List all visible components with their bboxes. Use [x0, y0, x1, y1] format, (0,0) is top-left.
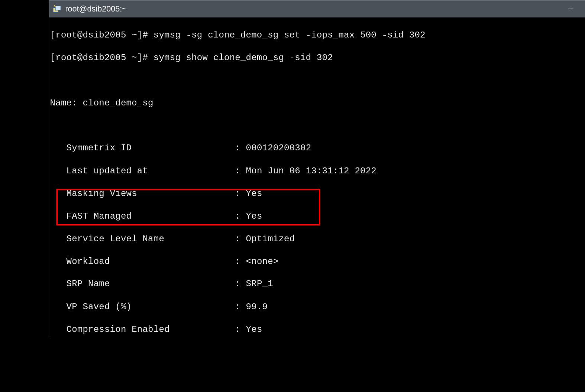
command-1: symsg -sg clone_demo_sg set -iops_max 50… [153, 30, 426, 40]
command-2: symsg show clone_demo_sg -sid 302 [153, 53, 333, 63]
minimize-button[interactable] [558, 0, 583, 17]
window-controls [558, 0, 585, 17]
maximize-button[interactable] [583, 0, 585, 17]
attr-srp-name: SRP Name : SRP_1 [50, 278, 585, 290]
attr-vp-saved: VP Saved (%) : 99.9 [50, 301, 585, 312]
attr-compression: Compression Enabled : Yes [50, 324, 585, 335]
terminal-output[interactable]: [root@dsib2005 ~]# symsg -sg clone_demo_… [49, 17, 585, 337]
content-area: [root@dsib2005 ~]# symsg -sg clone_demo_… [49, 17, 585, 337]
titlebar[interactable]: root@dsib2005:~ [49, 0, 585, 17]
svg-rect-1 [55, 6, 61, 10]
window-title: root@dsib2005:~ [65, 4, 558, 13]
name-value: clone_demo_sg [83, 98, 153, 108]
terminal-window: root@dsib2005:~ [root@dsib2005 ~]# symsg… [49, 0, 585, 337]
attr-fast-managed: FAST Managed : Yes [50, 210, 585, 222]
attr-last-updated: Last updated at : Mon Jun 06 13:31:12 20… [50, 165, 585, 176]
attr-workload: Workload : <none> [50, 256, 585, 267]
app-icon [53, 4, 62, 13]
attr-service-level: Service Level Name : Optimized [50, 233, 585, 244]
name-label: Name: [50, 98, 77, 108]
prompt: [root@dsib2005 ~]# [50, 53, 148, 63]
prompt: [root@dsib2005 ~]# [50, 30, 148, 40]
attr-symmetrix-id: Symmetrix ID : 000120200302 [50, 143, 585, 154]
attr-masking-views: Masking Views : Yes [50, 188, 585, 199]
